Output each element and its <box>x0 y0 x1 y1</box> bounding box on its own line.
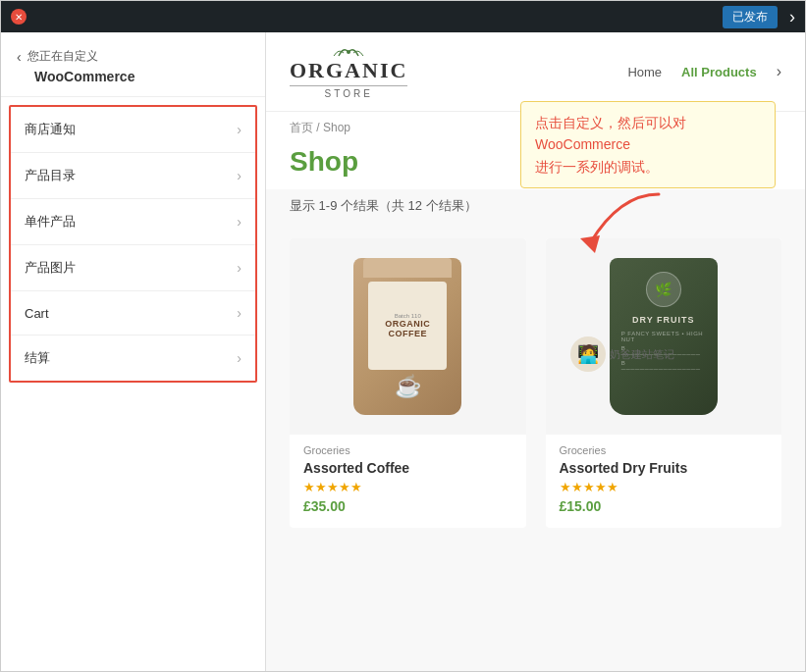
sidebar-item-label-product-catalog: 产品目录 <box>25 167 76 184</box>
dry-fruits-name-text: DRY FRUITS <box>632 315 695 325</box>
watermark-avatar: 🧑‍💻 <box>570 336 606 372</box>
sidebar-item-label-checkout: 结算 <box>25 349 50 367</box>
publish-button[interactable]: 已发布 <box>723 6 778 28</box>
sidebar-item-label-product-images: 产品图片 <box>25 259 76 277</box>
sidebar-back-button[interactable]: ‹ 您正在自定义 <box>17 48 249 65</box>
watermark-text: 奶爸建站笔记 <box>610 347 674 362</box>
product-name-coffee: Assorted Coffee <box>303 460 512 476</box>
watermark: 🧑‍💻 奶爸建站笔记 <box>570 336 674 372</box>
results-info: 显示 1-9 个结果（共 12 个结果） <box>266 189 805 223</box>
nav-all-products[interactable]: All Products <box>681 65 757 79</box>
back-arrow-icon: ‹ <box>17 49 22 65</box>
sidebar-back-label: 您正在自定义 <box>27 48 98 65</box>
sidebar-item-label-single-product: 单件产品 <box>25 213 76 231</box>
sidebar-item-product-images[interactable]: 产品图片 › <box>11 245 255 291</box>
store-logo: ORGANIC STORE <box>290 44 407 99</box>
sidebar-item-label-cart: Cart <box>25 306 49 321</box>
svg-marker-1 <box>580 235 600 253</box>
product-image-coffee: Batch 110 ORGANIC COFFEE ☕ <box>290 238 526 435</box>
coffee-beans-icon: ☕ <box>395 374 421 399</box>
chevron-icon-0: › <box>237 122 242 137</box>
product-stars-dry-fruits: ★★★★★ <box>560 480 769 494</box>
coffee-bag-label: Batch 110 ORGANIC COFFEE <box>368 282 447 370</box>
product-category-coffee: Groceries <box>303 444 512 456</box>
close-button[interactable]: ✕ <box>11 9 27 25</box>
tooltip-text: 点击自定义，然后可以对WooCommerce进行一系列的调试。 <box>535 115 686 175</box>
sidebar-menu: 商店通知 › 产品目录 › 单件产品 › 产品图片 › Cart › <box>9 105 257 383</box>
product-category-dry-fruits: Groceries <box>560 444 769 456</box>
nav-home[interactable]: Home <box>627 65 662 79</box>
sidebar-item-shop-notice[interactable]: 商店通知 › <box>11 107 255 153</box>
red-arrow-icon <box>561 184 678 267</box>
dry-fruits-logo-icon: 🌿 <box>646 272 681 307</box>
sidebar-item-cart[interactable]: Cart › <box>11 291 255 336</box>
chevron-icon-4: › <box>237 305 242 321</box>
sidebar-item-single-product[interactable]: 单件产品 › <box>11 199 255 245</box>
sidebar: ‹ 您正在自定义 WooCommerce 商店通知 › 产品目录 › 单件产品 … <box>1 32 266 671</box>
admin-bar: ✕ 已发布 › <box>1 1 805 32</box>
product-info-dry-fruits: Groceries Assorted Dry Fruits ★★★★★ £15.… <box>546 435 782 528</box>
forward-arrow-icon[interactable]: › <box>789 7 795 27</box>
svg-point-0 <box>347 50 350 54</box>
sidebar-header: ‹ 您正在自定义 WooCommerce <box>1 32 265 97</box>
logo-divider <box>290 85 407 86</box>
nav-more-icon[interactable]: › <box>777 63 781 80</box>
chevron-icon-2: › <box>237 214 242 230</box>
product-name-dry-fruits: Assorted Dry Fruits <box>560 460 769 476</box>
coffee-bag-visual: Batch 110 ORGANIC COFFEE ☕ <box>353 258 461 415</box>
store-nav: Home All Products › <box>627 63 781 80</box>
sidebar-item-checkout[interactable]: 结算 › <box>11 336 255 381</box>
logo-store-text: STORE <box>325 88 373 99</box>
product-info-coffee: Groceries Assorted Coffee ★★★★★ £35.00 <box>290 435 526 528</box>
product-price-coffee: £35.00 <box>303 498 512 514</box>
chevron-icon-5: › <box>237 350 242 366</box>
sidebar-title: WooCommerce <box>17 69 249 84</box>
product-stars-coffee: ★★★★★ <box>303 480 512 494</box>
products-grid: Batch 110 ORGANIC COFFEE ☕ Groceries Ass… <box>266 223 805 551</box>
sidebar-item-product-catalog[interactable]: 产品目录 › <box>11 153 255 199</box>
chevron-icon-1: › <box>237 168 242 183</box>
chevron-icon-3: › <box>237 260 242 276</box>
logo-organic-text: ORGANIC <box>290 58 407 83</box>
sidebar-item-label-shop-notice: 商店通知 <box>25 121 76 138</box>
tooltip-box: 点击自定义，然后可以对WooCommerce进行一系列的调试。 <box>520 101 776 188</box>
product-price-dry-fruits: £15.00 <box>560 498 769 514</box>
store-header: ORGANIC STORE Home All Products › <box>266 32 805 112</box>
product-card-dry-fruits[interactable]: 🌿 DRY FRUITS P FANCY SWEETS • HIGH NUT B… <box>546 238 782 528</box>
product-card-coffee[interactable]: Batch 110 ORGANIC COFFEE ☕ Groceries Ass… <box>290 238 526 528</box>
content-area: ORGANIC STORE Home All Products › 点击自定义，… <box>266 32 805 671</box>
